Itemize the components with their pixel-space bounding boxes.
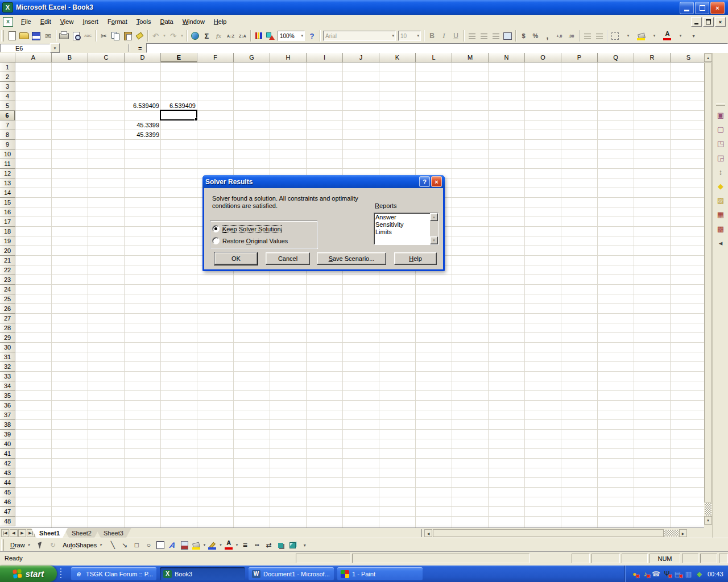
first-sheet-icon[interactable]: ◀ — [1, 529, 9, 537]
workbook-icon[interactable]: X — [3, 17, 13, 27]
dash-style-icon[interactable]: ┅ — [251, 539, 263, 551]
size-combo[interactable]: 10▾ — [398, 31, 421, 41]
row-header-44[interactable]: 44 — [0, 478, 15, 488]
draw-menu[interactable]: Draw ▾ — [7, 540, 34, 551]
threed-icon[interactable] — [287, 539, 299, 551]
bold-icon[interactable]: B — [426, 30, 438, 41]
row-header-27[interactable]: 27 — [0, 314, 15, 323]
column-header-q[interactable]: Q — [598, 53, 634, 63]
scroll-left-icon[interactable]: ◀ — [424, 529, 432, 537]
dropdown-arrow-icon[interactable]: ▾ — [621, 30, 635, 41]
redo-arrow-icon[interactable]: ▾ — [179, 30, 185, 41]
row-header-18[interactable]: 18 — [0, 227, 15, 236]
remove-branch-icon[interactable]: ◲ — [714, 151, 727, 164]
restore-button[interactable] — [695, 2, 709, 14]
paste-icon[interactable] — [122, 30, 134, 41]
radio-keep-solver-solution[interactable]: Keep Solver Solution — [212, 225, 281, 232]
radio-restore-original-values[interactable]: Restore Original Values — [212, 237, 288, 244]
doc-restore-button[interactable] — [703, 17, 714, 27]
column-header-k[interactable]: K — [379, 53, 416, 63]
column-header-n[interactable]: N — [489, 53, 525, 63]
menu-view[interactable]: View — [56, 16, 78, 27]
row-header-13[interactable]: 13 — [0, 178, 15, 188]
cell-d8[interactable]: 45.3399 — [125, 130, 159, 140]
column-header-b[interactable]: B — [52, 53, 88, 63]
row-header-31[interactable]: 31 — [0, 352, 15, 362]
new-icon[interactable] — [6, 30, 18, 41]
column-header-e[interactable]: E — [161, 53, 197, 63]
row-header-43[interactable]: 43 — [0, 468, 15, 478]
network-error-icon[interactable]: ▤✖ — [673, 569, 682, 579]
row-header-48[interactable]: 48 — [0, 517, 15, 526]
save-icon[interactable] — [30, 30, 42, 41]
column-header-s[interactable]: S — [671, 53, 704, 63]
vertical-scrollbar[interactable]: ▲ ▼ — [704, 53, 712, 527]
next-sheet-icon[interactable]: ▶ — [18, 529, 26, 537]
dropdown-arrow-icon[interactable]: ▾ — [647, 30, 661, 41]
autoshapes-menu[interactable]: AutoShapes ▾ — [60, 540, 106, 551]
radio-label[interactable]: Keep Solver Solution — [222, 226, 281, 232]
more-icon[interactable]: ▾ — [688, 30, 700, 41]
open-icon[interactable] — [18, 30, 30, 41]
menu-tools[interactable]: Tools — [132, 16, 156, 27]
name-box-dropdown-icon[interactable]: ▼ — [50, 43, 60, 53]
column-header-o[interactable]: O — [525, 53, 561, 63]
column-header-l[interactable]: L — [416, 53, 452, 63]
column-header-f[interactable]: F — [197, 53, 234, 63]
collapse-arrow-icon[interactable]: ◂ — [714, 236, 727, 250]
column-header-a[interactable]: A — [15, 53, 52, 63]
row-header-37[interactable]: 37 — [0, 410, 15, 420]
row-header-40[interactable]: 40 — [0, 439, 15, 449]
help-button[interactable]: Help — [394, 252, 437, 265]
row-header-24[interactable]: 24 — [0, 285, 15, 294]
row-header-35[interactable]: 35 — [0, 391, 15, 401]
undo-arrow-icon[interactable]: ▾ — [162, 30, 167, 41]
taskbar-item-2[interactable]: W Document1 - Microsof... — [249, 567, 334, 580]
column-header-j[interactable]: J — [343, 53, 379, 63]
close-button[interactable]: × — [710, 2, 725, 14]
textbox-icon[interactable] — [155, 539, 167, 551]
row-header-9[interactable]: 9 — [0, 140, 15, 149]
toolbar-grip[interactable] — [1, 539, 4, 551]
line-style-icon[interactable]: ≡ — [239, 539, 251, 551]
italic-icon[interactable]: I — [438, 30, 450, 41]
device-icon[interactable]: ◆ — [694, 569, 704, 579]
row-header-22[interactable]: 22 — [0, 265, 15, 275]
sheet-tab-sheet1[interactable]: Sheet1 — [31, 528, 68, 538]
menu-data[interactable]: Data — [155, 16, 177, 27]
row-header-39[interactable]: 39 — [0, 430, 15, 439]
row-header-1[interactable]: 1 — [0, 63, 15, 72]
arrow-icon[interactable]: ↘ — [119, 539, 131, 551]
column-header-c[interactable]: C — [88, 53, 125, 63]
row-header-15[interactable]: 15 — [0, 198, 15, 207]
align-right-icon[interactable] — [490, 30, 502, 41]
vertical-scroll-thumb[interactable] — [704, 63, 712, 502]
sheet-tab-sheet2[interactable]: Sheet2 — [64, 528, 100, 538]
row-header-33[interactable]: 33 — [0, 372, 15, 381]
row-header-7[interactable]: 7 — [0, 120, 15, 130]
pointer-icon[interactable] — [35, 539, 47, 551]
zoom-combo[interactable]: 100%▾ — [278, 31, 305, 41]
help-icon[interactable]: ? — [306, 30, 318, 41]
spelling-icon[interactable]: ABC — [82, 30, 94, 41]
row-header-5[interactable]: 5 — [0, 101, 15, 111]
arrow-style-icon[interactable]: ⇄ — [263, 539, 275, 551]
radio-label[interactable]: Restore Original Values — [222, 238, 288, 244]
insert-shape-icon[interactable]: ▣ — [714, 108, 727, 122]
row-header-23[interactable]: 23 — [0, 275, 15, 285]
comma-icon[interactable]: , — [541, 30, 553, 41]
line-icon[interactable]: ╲ — [107, 539, 119, 551]
increase-decimal-icon[interactable]: +.0 — [553, 30, 565, 41]
menu-format[interactable]: Format — [103, 16, 132, 27]
vertical-scroll-track[interactable] — [705, 503, 712, 516]
hyperlink-icon[interactable] — [189, 30, 201, 41]
antenna-error-icon[interactable]: Ψ✖ — [662, 569, 672, 579]
rectangle-icon[interactable]: □ — [131, 539, 143, 551]
more-icon[interactable]: ▾ — [299, 539, 311, 551]
font-combo[interactable]: Arial▾ — [323, 31, 396, 41]
row-header-2[interactable]: 2 — [0, 72, 15, 82]
increase-indent-icon[interactable] — [593, 30, 605, 41]
radio-button-icon[interactable] — [212, 237, 220, 244]
start-button[interactable]: start — [0, 566, 57, 582]
scroll-right-icon[interactable]: ▶ — [679, 529, 687, 537]
